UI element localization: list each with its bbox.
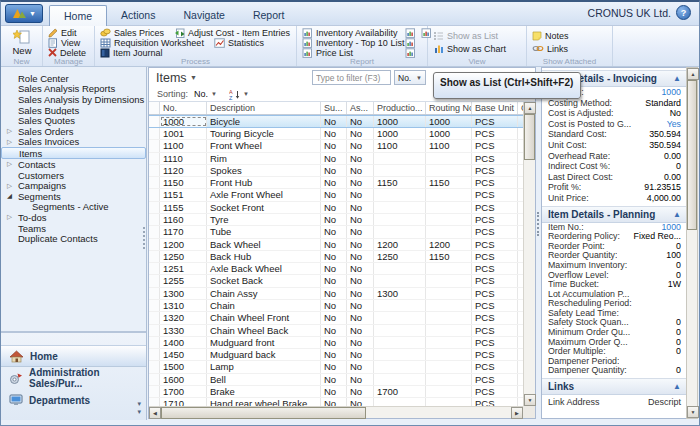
table-row[interactable]: 1450 Mudguard back No No PCS <box>149 349 523 361</box>
table-row[interactable]: 1100 Front Wheel No No 1100 1100 PCS <box>149 140 523 152</box>
factbox-field[interactable]: Overhead Rate: 0.00 <box>542 151 687 162</box>
column-header-no[interactable]: No. <box>160 102 207 114</box>
table-row[interactable]: 1160 Tyre No No PCS <box>149 214 523 226</box>
table-row[interactable]: 1300 Chain Assy No No 1300 PCS <box>149 288 523 300</box>
collapse-icon[interactable]: ▲ <box>673 74 681 83</box>
scroll-up-icon[interactable]: ▲ <box>524 102 536 114</box>
factbox-field[interactable]: Rescheduling Period: <box>542 299 687 309</box>
factbox-field[interactable]: Order Multiple: 0 <box>542 347 687 357</box>
links-button[interactable]: Links <box>532 44 608 54</box>
tab-actions[interactable]: Actions <box>107 5 169 26</box>
tab-home[interactable]: Home <box>49 5 107 26</box>
sidebar-item[interactable]: Sales Budgets <box>1 105 146 116</box>
report-extra-button-1[interactable] <box>405 28 420 38</box>
scroll-thumb[interactable] <box>687 80 697 230</box>
factbox-field[interactable]: Reorder Quantity: 100 <box>542 251 687 261</box>
sidebar-item[interactable]: To-dos <box>1 212 146 223</box>
collapse-icon[interactable]: ▲ <box>673 210 681 219</box>
row-selector[interactable] <box>149 189 160 200</box>
application-menu-button[interactable]: ▼ <box>5 4 43 23</box>
row-selector[interactable] <box>149 288 160 299</box>
expander-icon[interactable] <box>7 213 18 221</box>
nav-button-departments[interactable]: Departments <box>1 389 146 411</box>
sorting-field-button[interactable]: No. ▼ <box>194 89 217 99</box>
price-list-button[interactable]: Price List <box>302 48 404 58</box>
report-extra-button-4[interactable] <box>405 48 420 58</box>
delete-button[interactable]: Delete <box>48 48 90 58</box>
table-row[interactable]: 1600 Bell No No PCS <box>149 374 523 386</box>
factbox-field[interactable]: Reorder Point: 0 <box>542 242 687 252</box>
factbox-field[interactable]: Cost is Posted to G... Yes <box>542 119 687 130</box>
scroll-left-icon[interactable]: ◀ <box>149 407 161 419</box>
horizontal-scroll-thumb[interactable] <box>161 407 366 419</box>
row-selector[interactable] <box>149 263 160 274</box>
column-header-description[interactable]: Description <box>207 102 321 114</box>
sidebar-item[interactable]: Sales Orders <box>1 126 146 137</box>
expander-icon[interactable] <box>7 160 18 168</box>
collapse-icon[interactable]: ▲ <box>673 382 681 391</box>
adjust-cost-button[interactable]: Adjust Cost - Item Entries <box>174 28 290 38</box>
table-row[interactable]: 1170 Tube No No PCS <box>149 226 523 238</box>
help-icon[interactable]: ? <box>676 5 691 20</box>
links-column-address[interactable]: Link Address <box>548 397 600 407</box>
table-row[interactable]: 1400 Mudguard front No No PCS <box>149 337 523 349</box>
factbox-field[interactable]: Indirect Cost %: 0 <box>542 161 687 172</box>
factbox-field[interactable]: Unit Price: 4,000.00 <box>542 193 687 204</box>
view-button[interactable]: View <box>48 38 90 48</box>
row-selector[interactable] <box>149 251 160 262</box>
table-row[interactable]: 1251 Axle Back Wheel No No PCS <box>149 263 523 275</box>
table-row[interactable]: 1310 Chain No No PCS <box>149 300 523 312</box>
sidebar-item[interactable]: Contacts <box>1 159 146 170</box>
table-row[interactable]: 1500 Lamp No No PCS <box>149 361 523 373</box>
expander-icon[interactable] <box>7 127 18 135</box>
edit-button[interactable]: Edit <box>48 28 90 38</box>
tab-report[interactable]: Report <box>239 5 299 26</box>
scroll-down-icon[interactable]: ▼ <box>687 406 699 418</box>
row-selector[interactable] <box>149 374 160 385</box>
row-selector[interactable] <box>149 239 160 250</box>
tab-navigate[interactable]: Navigate <box>169 5 238 26</box>
links-column-description[interactable]: Descript <box>648 397 681 407</box>
table-row[interactable]: 1110 Rim No No PCS <box>149 153 523 165</box>
table-row[interactable]: 1155 Socket Front No No PCS <box>149 202 523 214</box>
row-selector[interactable] <box>149 361 160 372</box>
row-selector[interactable] <box>149 312 160 323</box>
factbox-field[interactable]: Safety Lead Time: <box>542 309 687 319</box>
vertical-scroll-thumb[interactable] <box>524 114 535 160</box>
factbox-scrollbar[interactable]: ▲ ▼ <box>686 67 698 419</box>
scroll-up-icon[interactable]: ▲ <box>687 68 699 80</box>
table-row[interactable]: 1150 Front Hub No No 1150 1150 PCS <box>149 177 523 189</box>
factbox-header-links[interactable]: Links ▲ <box>542 378 687 395</box>
sidebar-item[interactable]: Sales Quotes <box>1 115 146 126</box>
factbox-field[interactable]: Cost is Adjusted: No <box>542 108 687 119</box>
column-header-production-bom[interactable]: Productio... <box>374 102 426 114</box>
row-selector[interactable] <box>149 398 160 406</box>
sidebar-item[interactable]: Role Center <box>1 73 146 84</box>
factbox-field[interactable]: Reordering Policy: Fixed Reo... <box>542 232 687 242</box>
new-button[interactable]: New <box>6 28 38 56</box>
show-as-chart-button[interactable]: Show as Chart <box>433 44 522 54</box>
inventory-top10-button[interactable]: Inventory - Top 10 List <box>302 38 404 48</box>
table-row[interactable]: 1700 Brake No No 1700 PCS <box>149 386 523 398</box>
row-selector[interactable] <box>149 386 160 397</box>
expander-icon[interactable] <box>7 138 18 146</box>
factbox-field[interactable]: Costing Method: Standard <box>542 98 687 109</box>
sidebar-splitter-grip[interactable] <box>143 227 145 249</box>
column-header-as[interactable]: As... <box>347 102 374 114</box>
factbox-field[interactable]: Maximum Inventory: 0 <box>542 261 687 271</box>
item-journal-button[interactable]: Item Journal <box>100 48 292 58</box>
table-row[interactable]: 1001 Touring Bicycle No No 1000 1000 PCS <box>149 128 523 140</box>
table-row[interactable]: 1320 Chain Wheel Front No No PCS <box>149 312 523 324</box>
table-vertical-scrollbar[interactable]: ▲ ▼ <box>523 102 535 406</box>
column-header-routing-no[interactable]: Routing No. <box>426 102 472 114</box>
factbox-field[interactable]: Safety Stock Quan... 0 <box>542 318 687 328</box>
row-selector[interactable] <box>149 140 160 151</box>
factbox-field[interactable]: Minimum Order Qu... 0 <box>542 328 687 338</box>
row-selector[interactable] <box>149 128 160 139</box>
show-as-list-button[interactable]: Show as List <box>433 31 522 41</box>
factbox-field[interactable]: Standard Cost: 350.594 <box>542 129 687 140</box>
table-horizontal-scrollbar[interactable]: ◀ ▶ <box>149 406 523 418</box>
column-header-base-unit[interactable]: Base Unit ... <box>472 102 518 114</box>
nav-button-home[interactable]: Home <box>1 345 146 367</box>
statistics-button[interactable]: Statistics <box>214 38 264 48</box>
